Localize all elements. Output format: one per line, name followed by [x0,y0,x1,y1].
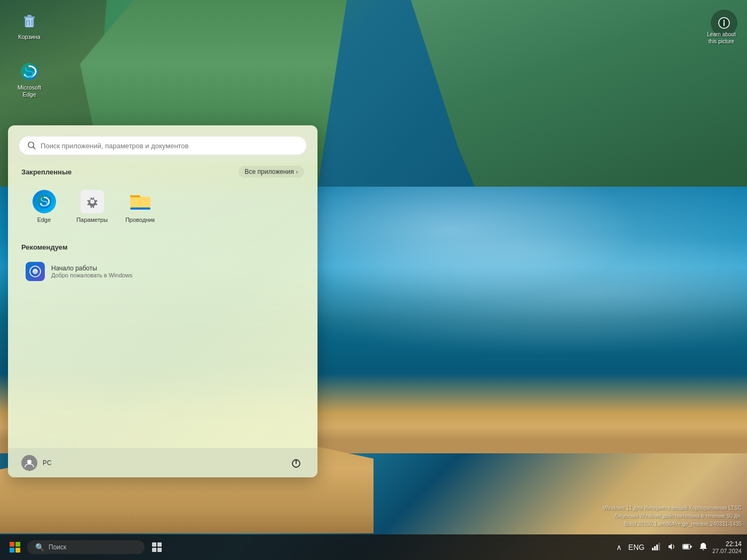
start-menu-footer: PC [8,448,317,477]
task-view-button[interactable] [147,538,166,557]
pinned-label: Закрепленные [21,168,71,176]
svg-line-10 [33,147,35,149]
svg-rect-2 [27,15,31,17]
license-text: Windows 11 для Интернета вещей Корпорати… [603,504,742,528]
taskbar: 🔍 Поиск ∧ ENG [0,534,747,560]
start-search-input[interactable] [41,142,298,150]
svg-point-17 [27,460,31,464]
recommended-item-text: Начало работы Добро пожаловать в Windows [51,265,132,278]
user-section[interactable]: PC [21,455,52,471]
recycle-bin-label: Корзина [18,34,41,41]
win-logo-q2 [15,542,20,547]
desktop-icon-edge[interactable]: MicrosoftEdge [8,59,51,100]
power-button[interactable] [288,455,304,471]
user-avatar [21,455,37,471]
pinned-section: Закрепленные Все приложения › [8,161,317,233]
svg-point-9 [28,142,34,147]
learn-about-text: Learn about this picture [703,31,740,45]
app-grid: Edge Параметры [21,186,304,227]
license-line2: Лицензия Windows действительна в течение… [603,512,742,520]
recommended-label: Рекомендуем [21,243,304,251]
explorer-app-icon-img [129,190,152,213]
svg-rect-25 [654,546,656,550]
start-menu-content: Закрепленные Все приложения › [8,125,317,448]
time-display: 22:14 [712,540,742,548]
edge-desktop-label: MicrosoftEdge [18,84,42,98]
win-logo-q3 [10,548,14,553]
start-menu-search-bar[interactable] [19,136,307,155]
desktop-icon-recycle-bin[interactable]: Корзина [8,8,51,43]
edge-desktop-icon [19,61,40,82]
volume-icon[interactable] [665,540,678,555]
svg-rect-22 [152,548,156,552]
date-display: 27.07.2024 [712,548,742,554]
show-hidden-icons[interactable]: ∧ [614,541,624,554]
svg-rect-14 [130,207,150,210]
recommended-section: Рекомендуем Начало работы Добро пожалова… [8,238,317,291]
svg-rect-30 [690,546,692,548]
license-line1: Windows 11 для Интернета вещей Корпорати… [603,504,742,512]
taskbar-search-text: Поиск [49,543,66,551]
svg-rect-24 [652,548,654,550]
battery-icon[interactable] [680,541,694,554]
svg-rect-21 [157,542,162,547]
win-logo-q4 [15,548,20,553]
settings-app-icon-img [81,190,104,213]
license-line3: Build 26100.1.amd64fre.ge_release.240331… [603,520,742,528]
app-icon-edge-label: Edge [37,217,51,223]
app-icon-settings[interactable]: Параметры [69,186,115,227]
taskbar-right: ∧ ENG [614,540,742,555]
pinned-header: Закрепленные Все приложения › [21,166,304,178]
recommended-item-subtitle: Добро пожаловать в Windows [51,272,132,278]
svg-point-13 [90,199,94,204]
windows-logo-icon [10,542,20,553]
taskbar-left: 🔍 Поиск [5,538,166,557]
svg-rect-23 [157,548,162,552]
all-apps-button[interactable]: Все приложения › [239,166,304,178]
svg-rect-1 [24,17,35,18]
recommended-item-0[interactable]: Начало работы Добро пожаловать в Windows [21,258,304,285]
svg-rect-26 [656,545,658,550]
app-icon-settings-label: Параметры [76,217,108,223]
svg-point-8 [724,20,725,21]
app-icon-edge[interactable]: Edge [21,186,67,227]
notification-icon[interactable] [697,540,710,555]
chevron-icon: › [296,169,298,175]
language-indicator[interactable]: ENG [626,541,647,554]
taskbar-search-icon: 🔍 [35,543,44,551]
all-apps-label: Все приложения [245,168,294,175]
search-icon [27,141,36,150]
win-logo-q1 [10,542,14,547]
svg-rect-29 [683,545,688,549]
taskbar-search[interactable]: 🔍 Поиск [27,540,145,554]
app-icon-explorer-label: Проводник [125,217,155,223]
start-button[interactable] [5,538,25,557]
system-tray: ∧ ENG [614,540,710,555]
network-icon[interactable] [649,540,662,555]
svg-rect-20 [152,542,156,547]
recommended-item-title: Начало работы [51,265,132,272]
clock[interactable]: 22:14 27.07.2024 [712,540,742,554]
user-name-label: PC [43,459,52,467]
edge-app-icon-img [33,190,56,213]
recycle-bin-icon [19,10,40,31]
app-icon-explorer[interactable]: Проводник [117,186,163,227]
desktop: Корзина MicrosoftEdge [0,0,747,560]
recommended-item-icon [26,262,45,281]
svg-rect-27 [658,543,660,550]
start-menu: Закрепленные Все приложения › [8,125,317,477]
